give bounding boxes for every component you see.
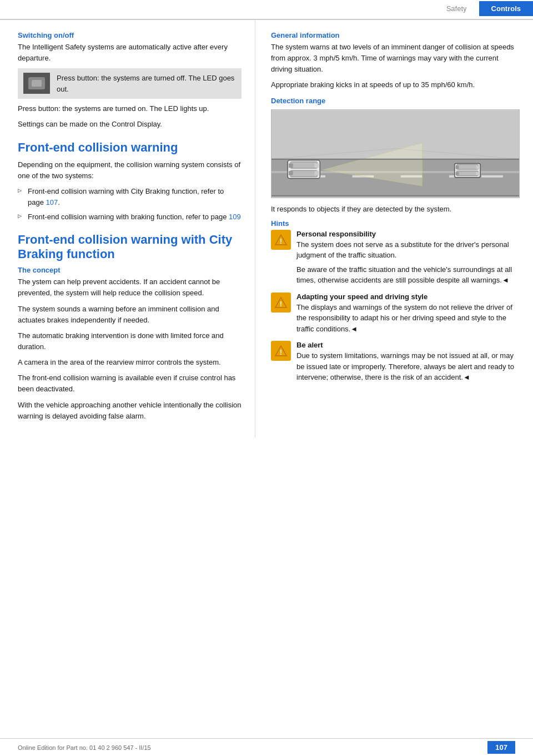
hint1-text2: Be aware of the traffic situation and th…: [296, 264, 520, 286]
detection-p1: It responds to objects if they are detec…: [271, 204, 520, 215]
warning-triangle-icon-2: !: [275, 296, 287, 309]
hint1-text: The system does not serve as a substitut…: [296, 239, 520, 261]
tab-controls[interactable]: Controls: [479, 1, 533, 16]
svg-rect-11: [290, 162, 317, 168]
hints-title: Hints: [271, 219, 520, 228]
svg-rect-16: [315, 171, 319, 175]
svg-rect-13: [289, 163, 293, 168]
hint-box-3: ! Be alert Due to system limitations, wa…: [271, 341, 520, 383]
general-p1: The system warns at two levels of an imm…: [271, 42, 520, 75]
bullet-list: Front-end collision warning with City Br…: [18, 186, 242, 223]
detection-range-title: Detection range: [271, 97, 520, 105]
bullet1-end: .: [58, 198, 60, 206]
page-footer: Online Edition for Part no. 01 40 2 960 …: [0, 738, 533, 756]
svg-rect-20: [456, 165, 459, 169]
ego-car: [288, 160, 320, 178]
warning-triangle-icon-3: !: [275, 345, 287, 357]
warning-icon-1: !: [271, 230, 291, 250]
concept-p6: With the vehicle approaching another veh…: [18, 400, 242, 422]
svg-rect-23: [476, 172, 479, 175]
button-icon: [23, 73, 50, 94]
page-header: Safety Controls: [0, 0, 533, 20]
front-collision-p1: Depending on the equipment, the collisio…: [18, 159, 242, 182]
svg-rect-21: [456, 172, 459, 175]
hint1-title: Personal responsibility: [296, 230, 520, 238]
concept-p4: A camera in the area of the rearview mir…: [18, 357, 242, 368]
svg-rect-19: [457, 171, 479, 176]
svg-rect-15: [315, 163, 319, 168]
hint3-text: Due to system limitations, warnings may …: [296, 350, 520, 383]
list-item: Front-end collision warning with City Br…: [18, 186, 242, 208]
left-column: Switching on/off The Intelligent Safety …: [0, 20, 255, 437]
hint2-title: Adapting your speed and driving style: [296, 293, 520, 301]
concept-title: The concept: [18, 266, 242, 274]
button-box-text: Press button: the systems are turned off…: [57, 73, 236, 94]
svg-rect-8: [481, 175, 503, 177]
svg-rect-12: [290, 170, 317, 177]
switching-p3: Settings can be made on the Control Disp…: [18, 119, 242, 130]
detection-range-image: [271, 109, 520, 198]
tab-safety[interactable]: Safety: [434, 1, 479, 16]
warning-triangle-icon: !: [275, 234, 287, 246]
hint3-content: Be alert Due to system limitations, warn…: [296, 341, 520, 383]
target-car: [455, 163, 481, 177]
concept-p2: The system sounds a warning before an im…: [18, 304, 242, 326]
svg-rect-14: [289, 171, 293, 175]
concept-p3: The automatic braking intervention is do…: [18, 330, 242, 352]
list-item: Front-end collision warning with braking…: [18, 211, 242, 223]
switching-p1: The Intelligent Safety systems are autom…: [18, 42, 242, 64]
svg-text:!: !: [280, 237, 282, 245]
general-p2: Appropriate braking kicks in at speeds o…: [271, 79, 520, 90]
concept-p5: The front-end collision warning is avail…: [18, 372, 242, 395]
button-icon-inner: [28, 77, 45, 89]
concept-p1: The ystem can help prevent accidents. If…: [18, 276, 242, 299]
city-braking-title: Front-end collision warning with City Br…: [18, 233, 242, 261]
switching-title: Switching on/off: [18, 31, 242, 39]
switching-p2: Press button: the systems are turned on.…: [18, 103, 242, 114]
warning-icon-3: !: [271, 341, 291, 361]
hint1-content: Personal responsibility The system does …: [296, 230, 520, 286]
general-info-title: General information: [271, 31, 520, 39]
svg-rect-18: [457, 164, 479, 169]
hint-box-1: ! Personal responsibility The system doe…: [271, 230, 520, 286]
bullet2-link[interactable]: 109: [229, 213, 241, 221]
hint2-content: Adapting your speed and driving style Th…: [296, 293, 520, 335]
detection-svg: [271, 110, 519, 198]
svg-text:!: !: [280, 348, 282, 356]
front-collision-title: Front-end collision warning: [18, 140, 242, 155]
hint3-title: Be alert: [296, 341, 520, 349]
warning-icon-2: !: [271, 293, 291, 313]
header-tabs: Safety Controls: [434, 1, 533, 16]
hint-box-2: ! Adapting your speed and driving style …: [271, 293, 520, 335]
bullet1-link[interactable]: 107: [46, 198, 58, 206]
main-content: Switching on/off The Intelligent Safety …: [0, 20, 533, 437]
right-column: General information The system warns at …: [255, 20, 533, 437]
hint2-text: The displays and warnings of the system …: [296, 302, 520, 335]
bullet2-text: Front-end collision warning with braking…: [28, 213, 229, 221]
svg-rect-22: [476, 165, 479, 169]
footer-text: Online Edition for Part no. 01 40 2 960 …: [18, 744, 151, 751]
button-instruction-box: Press button: the systems are turned off…: [18, 68, 242, 99]
page-number: 107: [487, 741, 515, 754]
svg-text:!: !: [280, 300, 282, 308]
